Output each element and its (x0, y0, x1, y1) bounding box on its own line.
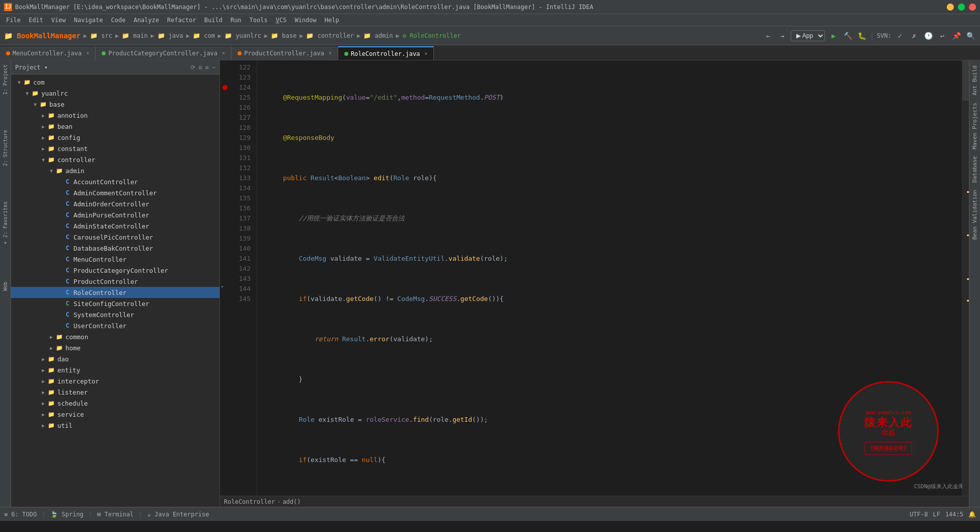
tree-admin-purse[interactable]: C AdminPurseController (11, 209, 219, 220)
sidebar-gear-icon[interactable]: ≡ (205, 64, 209, 71)
sidebar-settings-icon[interactable]: ⚙ (198, 64, 202, 71)
tree-entity[interactable]: ▶ 📁 entity (11, 364, 219, 375)
maximize-button[interactable] (958, 4, 965, 11)
class-icon-user-ctrl: C (63, 322, 71, 329)
pin-button[interactable]: 📌 (951, 30, 962, 41)
tree-admin-comment[interactable]: C AdminCommentController (11, 187, 219, 198)
tree-schedule[interactable]: ▶ 📁 schedule (11, 398, 219, 409)
window-controls[interactable] (947, 4, 976, 11)
minimize-button[interactable] (947, 4, 954, 11)
tree-dao[interactable]: ▶ 📁 dao (11, 353, 219, 364)
folder-icon-common: 📁 (55, 333, 63, 340)
menu-navigate[interactable]: Navigate (70, 14, 107, 26)
tree-com[interactable]: ▼ 📁 com (11, 77, 219, 88)
tree-label-controller: controller (57, 156, 95, 164)
search-button[interactable]: 🔍 (965, 30, 976, 41)
status-java[interactable]: ☕ Java Enterprise (147, 511, 209, 518)
tree-util[interactable]: ▶ 📁 util (11, 420, 219, 431)
svn-check-button[interactable]: ✓ (894, 30, 906, 41)
tree-carousel[interactable]: C CarouselPicController (11, 232, 219, 243)
tree-annotion[interactable]: ▶ 📁 annotion (11, 110, 219, 121)
tree-product-ctrl[interactable]: C ProductController (11, 276, 219, 287)
structure-tab[interactable]: 2: Structure (2, 128, 9, 168)
tree-bean[interactable]: ▶ 📁 bean (11, 121, 219, 132)
forward-button[interactable]: → (777, 30, 788, 41)
right-tab-bean[interactable]: Bean Validation (970, 187, 979, 243)
web-tab[interactable]: Web (2, 280, 9, 293)
scrollbar-area[interactable] (962, 60, 969, 496)
tree-service[interactable]: ▶ 📁 service (11, 409, 219, 420)
status-spring[interactable]: 🍃 Spring (50, 511, 84, 518)
menu-run[interactable]: Run (227, 14, 246, 26)
tab-close-role[interactable]: × (424, 51, 427, 56)
status-lf[interactable]: LF (933, 511, 940, 518)
right-tab-database[interactable]: Database (970, 153, 979, 186)
menu-window[interactable]: Window (290, 14, 320, 26)
app-selector[interactable]: ▶ App (791, 30, 825, 41)
tree-menu-ctrl[interactable]: C MenuController (11, 254, 219, 265)
debug-button[interactable]: 🐛 (856, 30, 867, 41)
right-tab-ant[interactable]: Ant Build (970, 62, 979, 99)
app-icon: IJ (4, 3, 12, 11)
menu-build[interactable]: Build (200, 14, 227, 26)
code-editor[interactable]: @RequestMapping(value="/edit",method=Req… (257, 60, 962, 496)
close-button[interactable] (969, 4, 976, 11)
menu-file[interactable]: File (2, 14, 25, 26)
tree-user-ctrl[interactable]: C UserController (11, 320, 219, 331)
tree-yuanlrc[interactable]: ▼ 📁 yuanlrc (11, 88, 219, 99)
svn-clock-button[interactable]: 🕐 (923, 30, 934, 41)
menu-tools[interactable]: Tools (246, 14, 272, 26)
sidebar-minus-icon[interactable]: − (212, 64, 215, 71)
sidebar-sync-icon[interactable]: ⟳ (190, 64, 195, 71)
tab-close-menu[interactable]: × (86, 50, 89, 56)
build-button[interactable]: 🔨 (842, 30, 853, 41)
menu-code[interactable]: Code (107, 14, 130, 26)
menu-view[interactable]: View (47, 14, 70, 26)
tree-constant[interactable]: ▶ 📁 constant (11, 143, 219, 154)
tab-role-controller[interactable]: RoleController.java × (338, 46, 434, 60)
tab-close-product-cat[interactable]: × (222, 50, 225, 56)
status-notifications[interactable]: 🔔 (968, 511, 976, 518)
tree-listener[interactable]: ▶ 📁 listener (11, 387, 219, 398)
right-tab-maven[interactable]: Maven Projects (970, 100, 979, 153)
scroll-thumb[interactable] (962, 60, 969, 101)
tree-label-admin-order: AdminOrderController (73, 200, 149, 208)
tree-admin-state[interactable]: C AdminStateController (11, 220, 219, 232)
tree-account-controller[interactable]: C AccountController (11, 176, 219, 187)
tree-config[interactable]: ▶ 📁 config (11, 132, 219, 143)
tree-admin[interactable]: ▼ 📁 admin (11, 165, 219, 176)
tab-product-category-controller[interactable]: ProductCategoryController.java × (96, 46, 232, 60)
tab-menu-controller[interactable]: MenuController.java × (0, 46, 96, 60)
tree-interceptor[interactable]: ▶ 📁 interceptor (11, 375, 219, 387)
tree-common[interactable]: ▶ 📁 common (11, 331, 219, 342)
scroll-track[interactable] (962, 60, 969, 496)
tab-close-product[interactable]: × (329, 50, 332, 56)
tree-base[interactable]: ▼ 📁 base (11, 99, 219, 110)
tree-system-ctrl[interactable]: C SystemController (11, 309, 219, 320)
project-tab[interactable]: 1: Project (2, 62, 9, 97)
back-button[interactable]: ← (763, 30, 774, 41)
run-button[interactable]: ▶ (828, 30, 839, 41)
tree-dbbak[interactable]: C DatabaseBakController (11, 243, 219, 254)
menu-edit[interactable]: Edit (25, 14, 47, 26)
svn-arrow-button[interactable]: ↩ (937, 30, 948, 41)
tree-controller[interactable]: ▼ 📁 controller (11, 154, 219, 165)
menu-help[interactable]: Help (321, 14, 343, 26)
svn-cross-button[interactable]: ✗ (909, 30, 920, 41)
status-terminal[interactable]: ⊞ Terminal (97, 511, 133, 518)
tree-home[interactable]: ▶ 📁 home (11, 342, 219, 353)
tree-admin-order[interactable]: C AdminOrderController (11, 198, 219, 209)
code-container[interactable]: ▸ 122 123 124 125 126 127 128 129 130 13… (220, 60, 969, 496)
menu-vcs[interactable]: VCS (272, 14, 291, 26)
tab-label-menu: MenuController.java (13, 50, 82, 57)
ln-126: 126 (230, 103, 251, 113)
tab-product-controller[interactable]: ProductController.java × (232, 46, 338, 60)
tree-role-ctrl[interactable]: C RoleController (11, 287, 219, 298)
tree-siteconfig[interactable]: C SiteConfigController (11, 298, 219, 309)
tree-product-cat-ctrl[interactable]: C ProductCategoryController (11, 265, 219, 276)
favorites-tab[interactable]: ★ 2: Favorites (2, 199, 9, 248)
menu-refactor[interactable]: Refactor (163, 14, 200, 26)
status-encoding[interactable]: UTF-8 (910, 511, 928, 518)
status-todo[interactable]: ≡ 6: TODO (4, 511, 37, 518)
menu-analyze[interactable]: Analyze (129, 14, 163, 26)
